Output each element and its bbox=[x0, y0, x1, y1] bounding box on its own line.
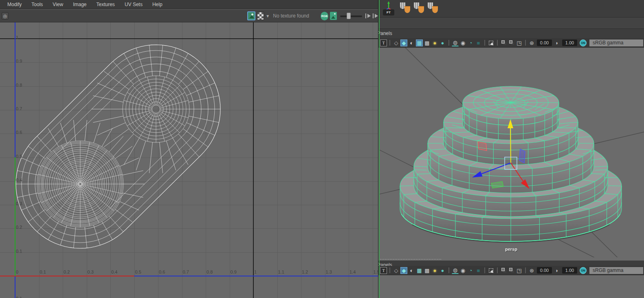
shaded-cube-icon[interactable]: ◆ bbox=[400, 39, 407, 46]
overlap-squares-icon[interactable] bbox=[500, 267, 507, 274]
active-panel-border bbox=[379, 0, 380, 298]
uv-snapshot-button[interactable]: ◎ bbox=[2, 12, 9, 20]
panel-divider-dotted[interactable] bbox=[380, 259, 441, 260]
u-tick-label: 0.1 bbox=[40, 270, 46, 274]
u-tick-label: 0.9 bbox=[231, 270, 237, 274]
display-image-button[interactable] bbox=[247, 11, 255, 20]
step-bar-icon bbox=[365, 13, 366, 18]
ambient-occlusion-icon[interactable]: ◔ bbox=[467, 267, 474, 274]
slider-thumb[interactable] bbox=[347, 13, 351, 19]
panels-menu[interactable]: Panels bbox=[378, 29, 392, 36]
antialiasing-icon[interactable]: ■ bbox=[475, 39, 482, 46]
wireframe-cube-icon[interactable]: ◇ bbox=[393, 39, 400, 46]
v-tick-label: 0.7 bbox=[16, 106, 22, 111]
shaded-cube-icon[interactable]: ◆ bbox=[400, 267, 407, 274]
viewport-toolbar-spacer bbox=[378, 18, 644, 29]
slider-track bbox=[340, 15, 362, 17]
v-tick-label: 0.8 bbox=[16, 83, 22, 88]
v-tick-label: 0.9 bbox=[16, 59, 22, 64]
orange-cylinder-icon bbox=[404, 6, 410, 13]
u-tick-label: 1.2 bbox=[302, 270, 308, 274]
menu-help[interactable]: Help bbox=[147, 0, 167, 9]
shadows-icon[interactable]: ◍ bbox=[452, 39, 459, 46]
menu-modify[interactable]: Modify bbox=[2, 0, 26, 9]
image-icon bbox=[331, 16, 335, 19]
uv-editor-toolbar: ◎ ▼ No texture found RGB bbox=[0, 10, 378, 22]
isolate-select-icon[interactable]: ◳ bbox=[516, 39, 523, 46]
default-material-icon[interactable]: ● bbox=[439, 39, 446, 46]
maya-window: Modify Tools View Image Textures UV Sets… bbox=[0, 0, 644, 298]
u-tick-label: 0.7 bbox=[183, 270, 189, 274]
second-viewport[interactable] bbox=[378, 276, 644, 298]
exposure-icon[interactable]: ⊛ bbox=[528, 267, 535, 274]
chevron-down-icon[interactable]: ▼ bbox=[266, 14, 270, 18]
ambient-occlusion-icon[interactable]: ◔ bbox=[467, 39, 474, 46]
motion-blur-icon[interactable]: ◉ bbox=[459, 267, 466, 274]
persp-viewport[interactable]: persp bbox=[380, 48, 644, 257]
display-unfiltered-button[interactable] bbox=[330, 12, 337, 20]
color-management-toggle[interactable]: ON bbox=[580, 39, 587, 46]
overlap-squares-filled-icon[interactable] bbox=[508, 39, 515, 46]
menu-uv-sets[interactable]: UV Sets bbox=[120, 0, 147, 9]
exposure-field[interactable]: 0.00 bbox=[537, 39, 552, 46]
exposure-icon[interactable]: ⊛ bbox=[528, 39, 535, 46]
checker-transparency-icon[interactable]: ▩ bbox=[424, 267, 431, 274]
v-tick-label: 0.1 bbox=[16, 296, 22, 298]
menu-view[interactable]: View bbox=[48, 0, 68, 9]
select-tool-icon[interactable] bbox=[488, 267, 495, 274]
toolbar-separator bbox=[448, 267, 449, 273]
gamma-icon[interactable]: ◗ bbox=[554, 267, 560, 274]
exposure-field[interactable]: 0.00 bbox=[537, 267, 552, 274]
toolbar-separator bbox=[448, 40, 449, 46]
isolate-select-icon[interactable]: ◳ bbox=[516, 267, 523, 274]
light-bulb-icon[interactable]: ● bbox=[431, 39, 438, 46]
default-material-icon[interactable]: ● bbox=[439, 267, 446, 274]
text-tool-icon[interactable]: T bbox=[380, 39, 387, 46]
uv-editor-view[interactable]: 00.10.20.30.40.50.60.70.80.911.11.21.31.… bbox=[0, 22, 378, 298]
gamma-icon[interactable]: ◗ bbox=[554, 39, 560, 46]
uv-canvas[interactable] bbox=[0, 22, 378, 298]
menu-image[interactable]: Image bbox=[68, 0, 91, 9]
gamma-field[interactable]: 1.00 bbox=[562, 39, 577, 46]
light-bulb-icon[interactable]: ● bbox=[431, 267, 438, 274]
text-tool-icon[interactable]: T bbox=[380, 267, 387, 274]
step-forward-icon[interactable] bbox=[375, 14, 378, 18]
toolbar-separator bbox=[484, 40, 485, 46]
u-tick-label: 1.1 bbox=[278, 270, 284, 274]
textured-cube-icon[interactable]: ▦ bbox=[416, 267, 423, 274]
half-shade-sphere-icon[interactable]: ◐ bbox=[408, 39, 415, 46]
camera-name-label: persp bbox=[495, 247, 528, 252]
viewport-canvas[interactable] bbox=[380, 48, 644, 257]
half-shade-sphere-icon[interactable]: ◐ bbox=[408, 267, 415, 274]
color-management-toggle[interactable]: ON bbox=[580, 267, 587, 274]
view-transform-dropdown[interactable]: sRGB gamma bbox=[589, 39, 643, 46]
axis-ft-icon[interactable]: FT bbox=[382, 1, 396, 17]
u-tick-label: 1.3 bbox=[326, 270, 332, 274]
checker-transparency-icon[interactable]: ▩ bbox=[424, 39, 431, 46]
uv-sew-tool-icon[interactable] bbox=[427, 2, 438, 13]
image-icon bbox=[249, 15, 254, 18]
checker-tiling-button[interactable] bbox=[257, 12, 264, 20]
v-tick-label: 0.4 bbox=[16, 177, 22, 182]
antialiasing-icon[interactable]: ■ bbox=[475, 267, 482, 274]
textured-cube-icon[interactable]: ▦ bbox=[416, 39, 423, 46]
select-tool-icon[interactable] bbox=[488, 39, 495, 46]
u-tick-label: 1.4 bbox=[349, 270, 356, 274]
texture-status-text: No texture found bbox=[273, 13, 315, 19]
step-forward-icon[interactable] bbox=[367, 14, 371, 18]
uv-cut-tool-icon[interactable] bbox=[413, 2, 424, 13]
step-bar-icon bbox=[373, 13, 374, 18]
shadows-icon[interactable]: ◍ bbox=[452, 267, 459, 274]
rgb-channels-button[interactable]: RGB bbox=[321, 12, 328, 20]
wireframe-cube-icon[interactable]: ◇ bbox=[393, 267, 400, 274]
uv-unfold-tool-icon[interactable] bbox=[399, 2, 411, 13]
overlap-squares-filled-icon[interactable] bbox=[508, 267, 515, 274]
gamma-field[interactable]: 1.00 bbox=[562, 267, 577, 274]
menu-tools[interactable]: Tools bbox=[26, 0, 48, 9]
u-tick-label: 0.8 bbox=[207, 270, 213, 274]
view-transform-dropdown[interactable]: sRGB gamma bbox=[589, 267, 643, 274]
overlap-squares-icon[interactable] bbox=[500, 39, 507, 46]
motion-blur-icon[interactable]: ◉ bbox=[459, 39, 466, 46]
image-dim-slider[interactable] bbox=[340, 12, 359, 20]
menu-textures[interactable]: Textures bbox=[92, 0, 120, 9]
